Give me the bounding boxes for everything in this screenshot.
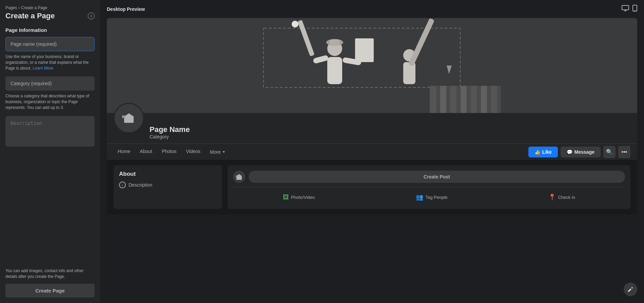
category-select[interactable]: Category (required) [5, 76, 95, 91]
message-icon: 💬 [567, 149, 572, 155]
about-desc-row: i Description [119, 182, 217, 188]
nav-photos[interactable]: Photos [158, 144, 181, 160]
post-actions: 🖼 Photo/Video 👥 Tag People 📍 Check in [233, 187, 625, 204]
breadcrumb-separator: › [18, 5, 20, 10]
page-category-display: Category [150, 134, 630, 139]
nav-videos[interactable]: Videos [182, 144, 205, 160]
fb-nav: Home About Photos Videos More ▼ 👍 Like 💬… [107, 144, 637, 160]
check-in-icon: 📍 [548, 193, 556, 201]
nav-home[interactable]: Home [114, 144, 134, 160]
nav-more[interactable]: More ▼ [206, 145, 230, 159]
about-card: About i Description [114, 165, 222, 209]
preview-icons [622, 5, 637, 13]
svg-point-15 [292, 21, 298, 27]
preview-title: Desktop Preview [107, 6, 145, 12]
fb-content: About i Description [107, 160, 637, 214]
search-icon: 🔍 [606, 149, 613, 155]
svg-rect-33 [236, 175, 237, 177]
tag-people-icon: 👥 [416, 193, 423, 201]
more-options-button[interactable]: ••• [618, 146, 630, 158]
breadcrumb-parent[interactable]: Pages [5, 5, 17, 10]
create-post-card: Create Post 🖼 Photo/Video 👥 Tag People 📍… [228, 165, 630, 209]
bottom-note: You can add images, contact info and oth… [5, 268, 95, 280]
create-post-button[interactable]: Create Post [249, 171, 625, 183]
page-name-display: Page Name [150, 125, 630, 134]
svg-rect-13 [355, 38, 374, 62]
preview-header: Desktop Preview [100, 0, 644, 18]
category-hint: Choose a category that describes what ty… [5, 93, 95, 110]
page-avatar [114, 103, 144, 133]
page-name-input[interactable] [5, 37, 95, 51]
left-panel: Pages › Create a Page Create a Page i Pa… [0, 0, 100, 303]
svg-marker-32 [237, 174, 241, 176]
page-title: Create a Page i [5, 12, 95, 20]
photo-video-button[interactable]: 🖼 Photo/Video [279, 191, 319, 204]
fb-nav-actions: 👍 Like 💬 Message 🔍 ••• [528, 146, 630, 158]
create-post-header: Create Post [233, 171, 625, 183]
bottom-right-edit-icon[interactable] [624, 283, 637, 296]
fb-page-preview: Page Name Category Home About Photos Vid… [107, 18, 637, 214]
svg-rect-28 [124, 116, 134, 123]
chevron-down-icon: ▼ [222, 150, 226, 154]
tag-people-button[interactable]: 👥 Tag People [412, 191, 451, 204]
message-button[interactable]: 💬 Message [561, 147, 601, 157]
svg-rect-30 [122, 115, 125, 118]
mobile-preview-icon[interactable] [632, 5, 637, 13]
svg-marker-29 [125, 113, 133, 116]
photo-video-icon: 🖼 [283, 194, 289, 201]
post-avatar [233, 171, 245, 183]
like-button[interactable]: 👍 Like [528, 147, 558, 157]
like-thumb-icon: 👍 [534, 149, 540, 155]
fb-nav-links: Home About Photos Videos More ▼ [114, 144, 230, 160]
right-panel: Desktop Preview [100, 0, 644, 303]
desktop-preview-icon[interactable] [622, 5, 629, 13]
about-desc-icon: i [119, 182, 126, 188]
page-name-hint: Use the name of your business, brand or … [5, 54, 95, 71]
svg-point-4 [635, 10, 635, 11]
cover-photo [107, 18, 637, 113]
page-meta: Page Name Category [150, 125, 630, 144]
search-nav-button[interactable]: 🔍 [603, 146, 616, 158]
page-info-bar: Page Name Category [107, 113, 637, 144]
create-page-button[interactable]: Create Page [5, 284, 95, 298]
svg-rect-8 [327, 57, 342, 84]
svg-rect-10 [330, 39, 340, 45]
page-title-info-icon[interactable]: i [88, 13, 95, 19]
breadcrumb: Pages › Create a Page [5, 5, 95, 10]
about-description-text: Description [129, 182, 152, 188]
ellipsis-icon: ••• [622, 149, 627, 155]
description-textarea[interactable] [5, 116, 95, 147]
svg-rect-0 [622, 5, 629, 10]
nav-about[interactable]: About [136, 144, 156, 160]
page-title-text: Create a Page [5, 12, 55, 20]
check-in-button[interactable]: 📍 Check in [544, 191, 579, 204]
about-card-title: About [119, 171, 217, 177]
svg-rect-17 [403, 62, 415, 84]
learn-more-link[interactable]: Learn More [33, 66, 53, 71]
page-information-label: Page Information [5, 27, 95, 33]
breadcrumb-current: Create a Page [21, 5, 47, 10]
